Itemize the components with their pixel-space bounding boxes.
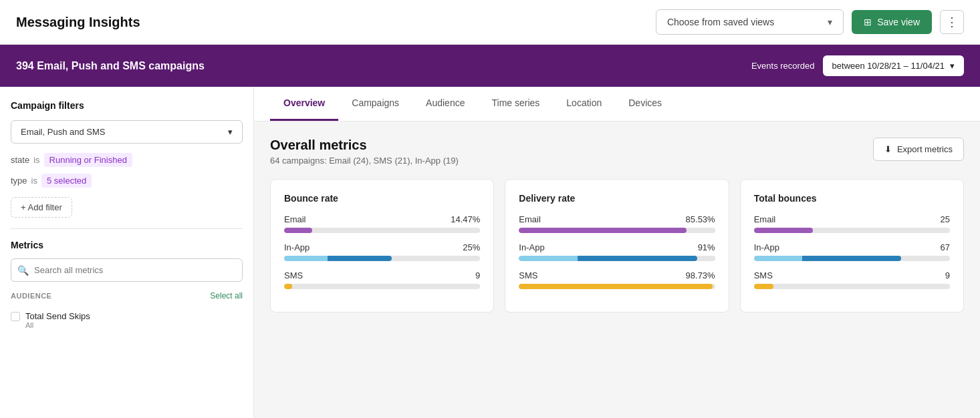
audience-header: AUDIENCE Select all bbox=[11, 291, 243, 300]
totalbounce-sms-value: 9 bbox=[945, 270, 950, 280]
bounce-sms-bar bbox=[284, 284, 292, 289]
total-bounces-card: Total bounces Email 25 In-App bbox=[740, 179, 964, 312]
save-view-icon: ⊞ bbox=[864, 17, 872, 27]
overall-metrics-info: Overall metrics 64 campaigns: Email (24)… bbox=[270, 138, 459, 166]
bounce-inapp-row: In-App 25% bbox=[284, 242, 480, 261]
bounce-sms-label: SMS bbox=[284, 270, 303, 280]
totalbounce-email-bar bbox=[754, 228, 813, 233]
delivery-sms-row: SMS 98.73% bbox=[519, 270, 715, 289]
events-label: Events recorded bbox=[751, 61, 815, 71]
save-view-button[interactable]: ⊞ Save view bbox=[852, 10, 932, 34]
tab-overview[interactable]: Overview bbox=[270, 87, 338, 121]
metric-item: Total Send Skips All bbox=[11, 307, 243, 333]
total-bounces-title: Total bounces bbox=[754, 193, 950, 204]
save-view-label: Save view bbox=[877, 17, 920, 27]
totalbounce-inapp-value: 67 bbox=[941, 242, 950, 252]
sidebar-divider bbox=[11, 228, 243, 229]
metric-name: Total Send Skips bbox=[25, 311, 90, 321]
totalbounce-email-value: 25 bbox=[941, 214, 950, 224]
metrics-grid: Bounce rate Email 14.47% In-App bbox=[270, 179, 964, 312]
saved-views-dropdown[interactable]: Choose from saved views ▾ bbox=[656, 9, 844, 35]
tab-devices[interactable]: Devices bbox=[615, 87, 675, 121]
tab-location[interactable]: Location bbox=[553, 87, 615, 121]
delivery-inapp-bar bbox=[519, 256, 697, 261]
bounce-sms-row: SMS 9 bbox=[284, 270, 480, 289]
delivery-email-label: Email bbox=[519, 214, 541, 224]
bounce-email-label: Email bbox=[284, 214, 306, 224]
content-area: Overview Campaigns Audience Time series … bbox=[254, 87, 980, 418]
bounce-inapp-value: 25% bbox=[463, 242, 480, 252]
tabs-bar: Overview Campaigns Audience Time series … bbox=[254, 87, 980, 122]
metric-checkbox[interactable] bbox=[11, 312, 20, 321]
bounce-inapp-track bbox=[284, 256, 480, 261]
delivery-email-row: Email 85.53% bbox=[519, 214, 715, 233]
metrics-title: Metrics bbox=[11, 240, 243, 250]
delivery-email-value: 85.53% bbox=[686, 214, 715, 224]
chevron-down-icon: ▾ bbox=[828, 17, 832, 27]
filter-type-label: type bbox=[11, 176, 27, 186]
audience-section-label: AUDIENCE bbox=[11, 292, 51, 300]
totalbounce-sms-bar bbox=[754, 284, 773, 289]
bounce-email-value: 14.47% bbox=[451, 214, 480, 224]
totalbounce-inapp-row: In-App 67 bbox=[754, 242, 950, 261]
sidebar: Campaign filters Email, Push and SMS ▾ s… bbox=[0, 87, 254, 418]
search-metrics-input[interactable] bbox=[11, 258, 243, 282]
bounce-inapp-label: In-App bbox=[284, 242, 310, 252]
bounce-sms-track bbox=[284, 284, 480, 289]
export-label: Export metrics bbox=[897, 144, 953, 154]
metric-sub: All bbox=[25, 321, 90, 329]
bounce-sms-value: 9 bbox=[475, 270, 480, 280]
filter-state-value[interactable]: Running or Finished bbox=[44, 153, 132, 167]
totalbounce-email-row: Email 25 bbox=[754, 214, 950, 233]
delivery-sms-bar bbox=[519, 284, 713, 289]
overall-metrics-subtitle: 64 campaigns: Email (24), SMS (21), In-A… bbox=[270, 156, 459, 166]
totalbounce-inapp-label: In-App bbox=[754, 242, 779, 252]
saved-views-label: Choose from saved views bbox=[667, 17, 774, 27]
campaign-filters-title: Campaign filters bbox=[11, 100, 243, 111]
delivery-inapp-track bbox=[519, 256, 715, 261]
date-chevron-icon: ▾ bbox=[950, 61, 955, 71]
export-metrics-button[interactable]: ⬇ Export metrics bbox=[873, 138, 964, 161]
campaign-type-dropdown[interactable]: Email, Push and SMS ▾ bbox=[11, 120, 243, 144]
totalbounce-email-label: Email bbox=[754, 214, 776, 224]
delivery-sms-value: 98.73% bbox=[686, 270, 715, 280]
delivery-rate-title: Delivery rate bbox=[519, 193, 715, 204]
bounce-inapp-bar bbox=[284, 256, 392, 261]
delivery-rate-card: Delivery rate Email 85.53% In-App bbox=[505, 179, 729, 312]
delivery-inapp-row: In-App 91% bbox=[519, 242, 715, 261]
tab-audience[interactable]: Audience bbox=[412, 87, 478, 121]
bounce-rate-card: Bounce rate Email 14.47% In-App bbox=[270, 179, 494, 312]
campaign-banner: 394 Email, Push and SMS campaigns Events… bbox=[0, 45, 980, 87]
add-filter-button[interactable]: + Add filter bbox=[11, 197, 72, 218]
bounce-email-track bbox=[284, 228, 480, 233]
filter-type-value[interactable]: 5 selected bbox=[41, 174, 92, 188]
content-body: Overall metrics 64 campaigns: Email (24)… bbox=[254, 122, 980, 329]
totalbounce-sms-track bbox=[754, 284, 950, 289]
delivery-sms-track bbox=[519, 284, 715, 289]
delivery-email-bar bbox=[519, 228, 687, 233]
more-icon: ⋮ bbox=[946, 15, 958, 29]
date-range-label: between 10/28/21 – 11/04/21 bbox=[832, 61, 945, 71]
more-options-button[interactable]: ⋮ bbox=[940, 10, 964, 34]
filter-state-is: is bbox=[33, 155, 39, 165]
select-all-button[interactable]: Select all bbox=[210, 291, 243, 300]
totalbounce-email-track bbox=[754, 228, 950, 233]
banner-right: Events recorded between 10/28/21 – 11/04… bbox=[751, 55, 964, 76]
search-metrics-container: 🔍 bbox=[11, 258, 243, 282]
overall-metrics-title: Overall metrics bbox=[270, 138, 459, 153]
delivery-inapp-value: 91% bbox=[698, 242, 715, 252]
bounce-rate-title: Bounce rate bbox=[284, 193, 480, 204]
bounce-email-bar bbox=[284, 228, 312, 233]
overall-header: Overall metrics 64 campaigns: Email (24)… bbox=[270, 138, 964, 166]
date-range-button[interactable]: between 10/28/21 – 11/04/21 ▾ bbox=[823, 55, 964, 76]
tab-time-series[interactable]: Time series bbox=[478, 87, 553, 121]
tab-campaigns[interactable]: Campaigns bbox=[338, 87, 412, 121]
filter-row-type: type is 5 selected bbox=[11, 174, 243, 188]
totalbounce-inapp-track bbox=[754, 256, 950, 261]
totalbounce-sms-row: SMS 9 bbox=[754, 270, 950, 289]
campaign-type-label: Email, Push and SMS bbox=[21, 127, 105, 137]
top-header: Messaging Insights Choose from saved vie… bbox=[0, 0, 980, 45]
main-layout: Campaign filters Email, Push and SMS ▾ s… bbox=[0, 87, 980, 418]
bounce-email-row: Email 14.47% bbox=[284, 214, 480, 233]
filter-state-label: state bbox=[11, 155, 29, 165]
